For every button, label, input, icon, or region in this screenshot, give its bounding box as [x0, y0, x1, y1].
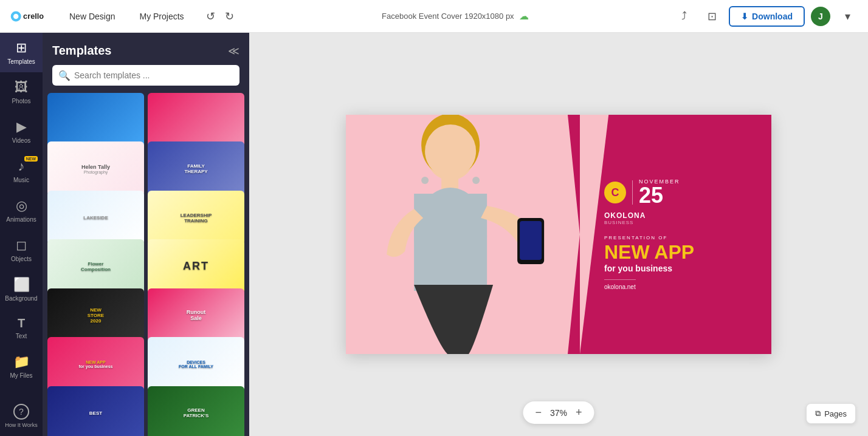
sidebar-objects-label: Objects: [11, 256, 32, 262]
topnav: crello New Design My Projects ↺ ↻ Facebo…: [0, 0, 868, 33]
download-button[interactable]: ⬇ Download: [729, 6, 805, 27]
download-icon: ⬇: [741, 12, 748, 21]
canvas-right: C NOVEMBER 25 OKOLONA BUSINESS PRESENTAT…: [580, 115, 771, 354]
sidebar-animations-label: Animations: [6, 216, 36, 223]
sidebar-item-music[interactable]: NEW ♪ Music: [0, 151, 43, 191]
brand-logo: C: [604, 182, 626, 203]
brand-divider: [632, 180, 633, 205]
template-card-14[interactable]: GREENPATRICK'S: [148, 386, 244, 436]
template-card-10[interactable]: RunoutSale: [148, 288, 244, 342]
sidebar-item-objects[interactable]: ◻ Objects: [0, 230, 43, 270]
template-card-12[interactable]: DEVICESFOR ALL FAMILY: [148, 337, 244, 391]
svg-point-6: [425, 124, 476, 178]
sidebar-item-howitworks[interactable]: ? How It Works: [0, 397, 43, 436]
myfiles-icon: 📁: [13, 354, 30, 370]
template-card-8[interactable]: ART: [148, 239, 244, 293]
svg-text:crello: crello: [23, 12, 44, 21]
sidebar-item-background[interactable]: ⬜ Background: [0, 270, 43, 309]
templates-title: Templates: [52, 44, 111, 58]
sidebar-item-text[interactable]: T Text: [0, 309, 43, 347]
zoom-out-button[interactable]: −: [535, 406, 542, 419]
music-icon: ♪: [18, 158, 25, 174]
text-icon: T: [18, 316, 25, 330]
cloud-saved-icon: ☁: [519, 10, 529, 22]
templates-icon: ⊞: [16, 40, 27, 56]
sidebar-music-label: Music: [13, 177, 29, 183]
search-icon: 🔍: [58, 70, 71, 81]
sidebar-background-label: Background: [5, 295, 37, 302]
template-card-5[interactable]: LAKESIDE: [47, 191, 144, 245]
user-menu-chevron[interactable]: ▾: [836, 5, 858, 27]
brand-row: C NOVEMBER 25: [604, 179, 680, 206]
collapse-panel-button[interactable]: ≪: [228, 44, 239, 58]
logo[interactable]: crello: [10, 8, 51, 25]
redo-button[interactable]: ↻: [221, 7, 238, 26]
search-box: 🔍: [52, 65, 239, 86]
undo-button[interactable]: ↺: [202, 7, 219, 26]
svg-rect-9: [414, 194, 487, 291]
sidebar-photos-label: Photos: [12, 98, 30, 104]
template-card-4[interactable]: FAMILYTHERAPY: [148, 141, 244, 196]
photos-icon: 🖼: [15, 80, 28, 95]
presentation-label: PRESENTATION OF: [604, 235, 667, 240]
template-card-9[interactable]: NEWSTORE2020: [47, 288, 144, 342]
template-card-3[interactable]: Helen Tally Photography: [47, 141, 144, 196]
undo-redo-group: ↺ ↻: [202, 7, 238, 26]
website-url: okolona.net: [604, 279, 636, 290]
template-card-2[interactable]: [148, 93, 244, 147]
share-icon[interactable]: ⤴: [673, 5, 695, 27]
resize-icon[interactable]: ⊡: [701, 5, 723, 27]
template-card-6[interactable]: LEADERSHIPTRAINING: [148, 191, 244, 245]
zoom-percent: 37%: [550, 408, 567, 418]
template-card-7[interactable]: FlowerComposition: [47, 239, 144, 293]
sidebar-icons: ⊞ Templates 🖼 Photos ▶ Videos NEW ♪ Musi…: [0, 33, 43, 436]
sidebar-item-videos[interactable]: ▶ Videos: [0, 112, 43, 151]
videos-icon: ▶: [16, 119, 27, 135]
svg-rect-11: [520, 221, 542, 260]
new-app-subtitle: for you business: [604, 264, 672, 273]
design-canvas: C NOVEMBER 25 OKOLONA BUSINESS PRESENTAT…: [346, 115, 771, 354]
main-area: ⊞ Templates 🖼 Photos ▶ Videos NEW ♪ Musi…: [0, 33, 868, 436]
templates-header: Templates ≪: [43, 33, 249, 65]
templates-panel: Templates ≪ 🔍 Helen Tally Photography: [43, 33, 249, 436]
sidebar-item-animations[interactable]: ◎ Animations: [0, 191, 43, 230]
my-projects-button[interactable]: My Projects: [133, 8, 190, 25]
background-icon: ⬜: [13, 277, 30, 293]
sidebar-videos-label: Videos: [12, 137, 30, 144]
canvas-area: C NOVEMBER 25 OKOLONA BUSINESS PRESENTAT…: [249, 33, 868, 436]
new-app-title: NEW APP: [604, 242, 694, 263]
doc-title-area: Facebook Event Cover 1920x1080 px ☁: [250, 10, 661, 22]
doc-title: Facebook Event Cover 1920x1080 px: [382, 12, 514, 21]
pages-icon: ⧉: [815, 409, 821, 418]
zoom-bar: − 37% +: [523, 401, 594, 424]
sidebar-item-templates[interactable]: ⊞ Templates: [0, 33, 43, 72]
brand-name: OKOLONA BUSINESS: [604, 211, 646, 225]
svg-point-1: [13, 13, 19, 19]
svg-point-13: [472, 177, 480, 184]
templates-grid: Helen Tally Photography FAMILYTHERAPY LA…: [43, 93, 249, 436]
new-badge: NEW: [24, 156, 38, 162]
canvas-wrapper[interactable]: C NOVEMBER 25 OKOLONA BUSINESS PRESENTAT…: [346, 115, 771, 354]
sidebar-item-myfiles[interactable]: 📁 My Files: [0, 347, 43, 386]
sidebar-myfiles-label: My Files: [10, 372, 32, 379]
template-card-1[interactable]: [47, 93, 144, 147]
objects-icon: ◻: [16, 237, 27, 253]
canvas-left: [346, 115, 580, 354]
sidebar-howitworks-label: How It Works: [5, 422, 37, 429]
sidebar-text-label: Text: [16, 333, 27, 339]
pages-button[interactable]: ⧉ Pages: [806, 403, 856, 424]
svg-point-12: [421, 177, 429, 184]
sidebar-item-photos[interactable]: 🖼 Photos: [0, 72, 43, 112]
template-card-13[interactable]: BEST: [47, 386, 144, 436]
pages-label: Pages: [824, 409, 847, 418]
sidebar-templates-label: Templates: [7, 58, 35, 65]
howitworks-icon: ?: [13, 404, 29, 420]
nav-right: ⤴ ⊡ ⬇ Download J ▾: [673, 5, 858, 27]
template-card-11[interactable]: NEW APPfor you business: [47, 337, 144, 391]
search-input[interactable]: [52, 65, 239, 86]
animations-icon: ◎: [16, 198, 27, 214]
zoom-in-button[interactable]: +: [576, 406, 582, 419]
avatar[interactable]: J: [811, 7, 830, 26]
download-label: Download: [752, 12, 793, 21]
new-design-button[interactable]: New Design: [63, 8, 121, 25]
